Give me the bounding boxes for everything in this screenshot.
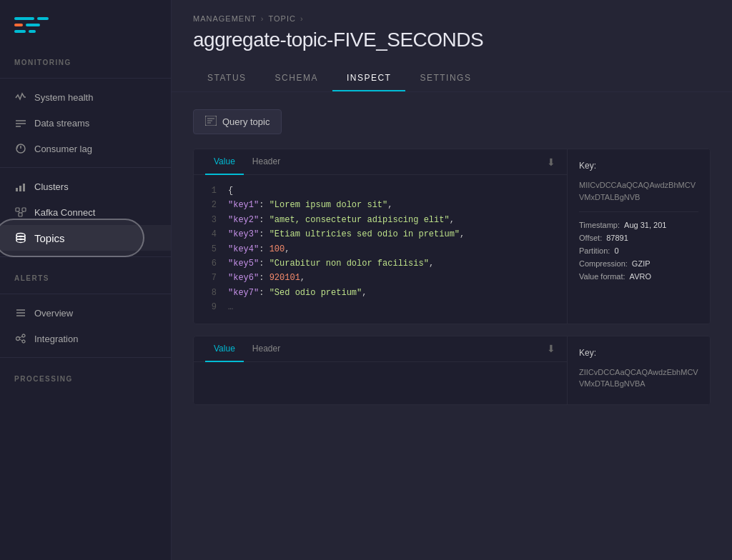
meta-compression-label: Compression:: [579, 259, 628, 268]
logo-icon: [14, 17, 49, 33]
message-tab-value-2[interactable]: Value: [205, 336, 244, 362]
svg-point-22: [22, 340, 25, 343]
code-line-4: 4 "key3": "Etiam ultricies sed odio in p…: [205, 227, 555, 241]
page-title: aggregate-topic-FIVE_SECONDS: [193, 29, 711, 51]
divider-4: [0, 357, 171, 358]
meta-value-format-value: AVRO: [630, 272, 651, 281]
tab-status[interactable]: STATUS: [193, 66, 261, 91]
query-topic-icon: [205, 116, 217, 128]
breadcrumb-sep-2: ›: [300, 14, 304, 23]
main-content: MANAGEMENT › TOPIC › aggregate-topic-FIV…: [172, 0, 732, 560]
meta-timestamp-label: Timestamp:: [579, 221, 620, 229]
meta-offset-value: 87891: [606, 234, 628, 242]
svg-point-20: [16, 337, 20, 341]
svg-point-21: [22, 334, 25, 337]
code-line-7: 7 "key6": 920101,: [205, 271, 555, 285]
sidebar-item-consumer-lag[interactable]: Consumer lag: [0, 136, 171, 161]
breadcrumb-topic[interactable]: TOPIC: [269, 14, 296, 23]
sidebar-item-data-streams[interactable]: Data streams: [0, 110, 171, 136]
system-health-label: System health: [34, 92, 93, 103]
code-line-2: 2 "key1": "Lorem ipsum dolor sit",: [205, 198, 555, 212]
sidebar-item-integration[interactable]: Integration: [0, 326, 171, 351]
kafka-connect-label: Kafka Connect: [34, 207, 95, 218]
meta-offset-label: Offset:: [579, 234, 602, 242]
content-area: Query topic Value Header ⬇ 1 {: [172, 92, 732, 560]
message-main-2: Value Header ⬇: [194, 336, 567, 404]
system-health-icon: [14, 91, 27, 104]
clusters-icon: [14, 180, 27, 193]
alerts-section-label: ALERTS: [0, 263, 171, 288]
sidebar: MONITORING System health Data streams: [0, 0, 172, 560]
svg-line-23: [20, 336, 23, 338]
svg-rect-4: [16, 188, 18, 191]
query-topic-button[interactable]: Query topic: [193, 109, 282, 134]
sidebar-item-clusters[interactable]: Clusters: [0, 174, 171, 199]
svg-rect-9: [19, 213, 22, 216]
sidebar-item-overview[interactable]: Overview: [0, 300, 171, 326]
code-line-3: 3 "key2": "amet, consectetur adipiscing …: [205, 213, 555, 227]
divider-3: [0, 294, 171, 294]
kafka-connect-icon: [14, 206, 27, 219]
tab-schema[interactable]: SCHEMA: [261, 66, 332, 91]
message-card-2: Value Header ⬇ Key: ZIICvDCCAaQCAQAwdzEb…: [193, 336, 711, 405]
message-tab-value-1[interactable]: Value: [205, 149, 244, 175]
query-topic-label: Query topic: [222, 116, 269, 127]
integration-label: Integration: [34, 334, 78, 344]
meta-key-label-1: Key:: [579, 161, 698, 171]
header: MANAGEMENT › TOPIC › aggregate-topic-FIV…: [172, 0, 732, 92]
metadata-panel-1: Key: MIICvDCCAaQCAQAwdzBhMCVVMxDTALBgNVB…: [567, 149, 710, 324]
download-icon-2[interactable]: ⬇: [547, 343, 555, 354]
meta-partition-label: Partition:: [579, 246, 610, 255]
message-tab-header-2[interactable]: Header: [244, 336, 289, 362]
sidebar-item-topics[interactable]: Topics: [0, 225, 171, 251]
meta-partition-row: Partition: 0: [579, 246, 698, 255]
svg-rect-6: [23, 184, 25, 191]
processing-section-label: PROCESSING: [0, 364, 171, 389]
message-tab-header-1[interactable]: Header: [244, 149, 289, 175]
meta-timestamp-value: Aug 31, 201: [624, 221, 666, 229]
divider-1: [0, 167, 171, 168]
sidebar-item-system-health[interactable]: System health: [0, 84, 171, 110]
overview-label: Overview: [34, 308, 73, 319]
consumer-lag-label: Consumer lag: [34, 144, 92, 154]
tab-inspect[interactable]: INSPECT: [332, 66, 406, 91]
meta-value-format-row: Value format: AVRO: [579, 272, 698, 281]
sidebar-item-kafka-connect[interactable]: Kafka Connect: [0, 199, 171, 225]
divider-2: [0, 256, 171, 257]
breadcrumb-management[interactable]: MANAGEMENT: [193, 14, 257, 23]
code-line-8: 8 "key7": "Sed odio pretium",: [205, 286, 555, 300]
meta-key-label-2: Key:: [579, 348, 698, 358]
message-body-2: [194, 362, 567, 391]
logo: [0, 0, 171, 47]
svg-rect-5: [19, 186, 21, 191]
tab-bar: STATUS SCHEMA INSPECT SETTINGS: [193, 66, 711, 91]
message-tabs-2: Value Header ⬇: [194, 336, 567, 362]
code-line-9: 9 …: [205, 300, 555, 314]
meta-value-format-label: Value format:: [579, 272, 625, 281]
message-body-1: 1 { 2 "key1": "Lorem ipsum dolor sit", 3…: [194, 175, 567, 324]
meta-compression-value: GZIP: [632, 259, 651, 268]
meta-divider-1: [579, 211, 698, 212]
svg-line-24: [20, 339, 23, 341]
divider-monitoring: [0, 78, 171, 79]
monitoring-section-label: MONITORING: [0, 47, 171, 72]
message-main-1: Value Header ⬇ 1 { 2 "key1": "Lorem ipsu…: [194, 149, 567, 324]
code-line-6: 6 "key5": "Curabitur non dolor facilisis…: [205, 256, 555, 271]
tab-settings[interactable]: SETTINGS: [405, 66, 485, 91]
svg-rect-7: [16, 208, 19, 211]
data-streams-label: Data streams: [34, 118, 89, 129]
message-tabs-1: Value Header ⬇: [194, 149, 567, 175]
meta-timestamp-row: Timestamp: Aug 31, 201: [579, 221, 698, 229]
integration-icon: [14, 332, 27, 345]
meta-compression-row: Compression: GZIP: [579, 259, 698, 268]
topics-label: Topics: [34, 232, 65, 244]
download-icon-1[interactable]: ⬇: [547, 156, 555, 168]
code-line-5: 5 "key4": 100,: [205, 242, 555, 256]
breadcrumb: MANAGEMENT › TOPIC ›: [193, 14, 711, 23]
meta-key-value-2: ZIICvDCCAaQCAQAwdzEbhMCVVMxDTALBgNVBA: [579, 366, 698, 390]
breadcrumb-sep-1: ›: [261, 14, 264, 23]
topics-icon: [14, 231, 27, 244]
clusters-label: Clusters: [34, 181, 69, 192]
svg-rect-8: [22, 208, 26, 211]
metadata-panel-2: Key: ZIICvDCCAaQCAQAwdzEbhMCVVMxDTALBgNV…: [567, 336, 710, 404]
